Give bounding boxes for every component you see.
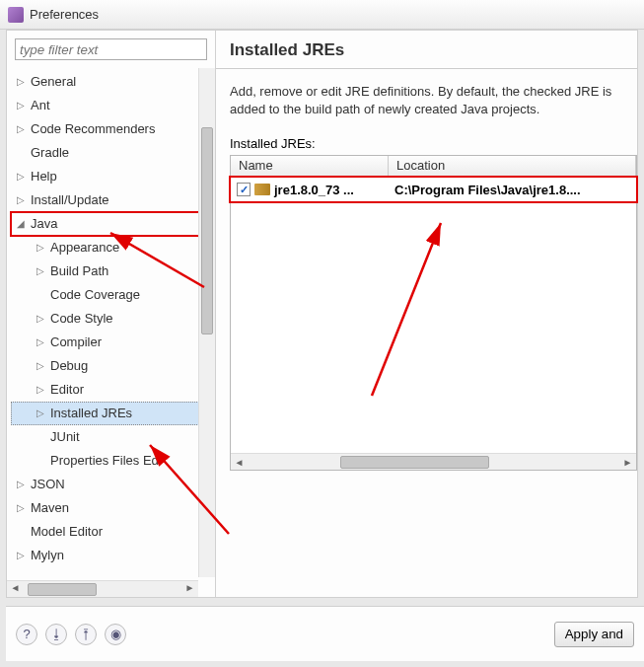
tree-item-gradle[interactable]: ▷Gradle	[11, 141, 215, 165]
tree-item-model-editor[interactable]: ▷Model Editor	[11, 520, 215, 544]
tree-item-install-update[interactable]: ▷Install/Update	[11, 188, 215, 212]
page-title: Installed JREs	[230, 40, 637, 60]
column-location[interactable]: Location	[389, 156, 636, 177]
jre-name: jre1.8.0_73 ...	[274, 183, 354, 197]
scroll-right-icon[interactable]: ►	[181, 582, 198, 597]
table-label: Installed JREs:	[230, 136, 637, 151]
dialog-body: ▷General▷Ant▷Code Recommenders▷Gradle▷He…	[6, 30, 638, 598]
import-icon[interactable]: ⭳	[45, 624, 67, 645]
tree-item-editor[interactable]: ▷Editor	[11, 378, 215, 402]
right-pane: Installed JREs Add, remove or edit JRE d…	[216, 31, 637, 597]
tree-item-mylyn[interactable]: ▷Mylyn	[11, 544, 215, 567]
title-bar: Preferences	[0, 0, 644, 30]
checkbox-icon[interactable]: ✓	[237, 183, 250, 196]
jre-table[interactable]: Name Location ✓jre1.8.0_73 ...C:\Program…	[230, 155, 637, 471]
scroll-right-icon[interactable]: ►	[619, 457, 636, 468]
table-header: Name Location	[231, 156, 636, 178]
scroll-left-icon[interactable]: ◄	[231, 457, 248, 468]
table-horizontal-scrollbar[interactable]: ◄ ►	[231, 453, 636, 470]
vertical-scrollbar[interactable]	[198, 68, 215, 577]
record-icon[interactable]: ◉	[105, 624, 126, 645]
preferences-tree[interactable]: ▷General▷Ant▷Code Recommenders▷Gradle▷He…	[7, 68, 215, 569]
tree-item-junit[interactable]: ▷JUnit	[11, 425, 215, 449]
horizontal-scrollbar[interactable]: ◄ ►	[7, 580, 198, 597]
tree-item-ant[interactable]: ▷Ant	[11, 94, 215, 117]
tree-item-installed-jres[interactable]: ▷Installed JREs	[11, 402, 215, 425]
left-pane: ▷General▷Ant▷Code Recommenders▷Gradle▷He…	[7, 31, 216, 597]
tree-item-json[interactable]: ▷JSON	[11, 473, 215, 496]
tree-item-build-path[interactable]: ▷Build Path	[11, 259, 215, 283]
scroll-left-icon[interactable]: ◄	[7, 582, 24, 597]
page-description: Add, remove or edit JRE definitions. By …	[230, 83, 637, 118]
window-title: Preferences	[30, 7, 99, 22]
filter-input[interactable]	[15, 38, 207, 60]
divider	[216, 68, 637, 69]
tree-item-general[interactable]: ▷General	[11, 70, 215, 94]
column-name[interactable]: Name	[231, 156, 389, 177]
export-icon[interactable]: ⭱	[75, 624, 97, 645]
table-row[interactable]: ✓jre1.8.0_73 ...C:\Program Files\Java\jr…	[231, 178, 636, 201]
tree-item-java[interactable]: ◢Java	[11, 212, 215, 236]
bottom-bar: ? ⭳ ⭱ ◉ Apply and	[6, 606, 644, 661]
jre-icon	[254, 184, 270, 195]
tree-item-code-recommenders[interactable]: ▷Code Recommenders	[11, 117, 215, 141]
tree-item-properties-files-edi[interactable]: ▷Properties Files Edi	[11, 449, 215, 473]
apply-button[interactable]: Apply and	[554, 622, 634, 647]
tree-item-debug[interactable]: ▷Debug	[11, 354, 215, 378]
tree-item-compiler[interactable]: ▷Compiler	[11, 331, 215, 354]
app-icon	[8, 7, 24, 23]
tree-item-code-coverage[interactable]: ▷Code Coverage	[11, 283, 215, 307]
tree-item-help[interactable]: ▷Help	[11, 165, 215, 188]
tree-item-appearance[interactable]: ▷Appearance	[11, 236, 215, 259]
tree-item-code-style[interactable]: ▷Code Style	[11, 307, 215, 331]
jre-location: C:\Program Files\Java\jre1.8....	[389, 183, 636, 197]
tree-item-maven[interactable]: ▷Maven	[11, 496, 215, 520]
help-icon[interactable]: ?	[16, 624, 37, 645]
